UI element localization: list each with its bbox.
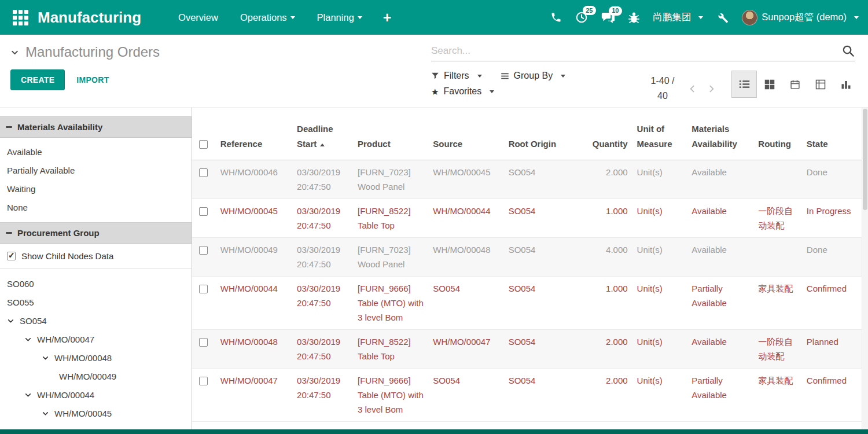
favorites-menu[interactable]: ★ Favorites (431, 86, 494, 97)
row-checkbox[interactable] (199, 377, 208, 385)
control-panel: Manufacturing Orders CREATE IMPORT Filte… (0, 35, 868, 107)
company-switcher[interactable]: 尚鹏集团 (653, 11, 703, 24)
sidebar-section-header[interactable]: Procurement Group (0, 222, 192, 244)
order-row[interactable]: WH/MO/0004703/30/2019 20:47:50[FURN_9666… (192, 368, 868, 421)
breadcrumb-toggle-icon[interactable] (10, 48, 19, 57)
graph-view-button[interactable] (833, 71, 859, 98)
star-icon: ★ (431, 87, 439, 96)
app-menus: OverviewOperationsPlanning (178, 12, 362, 23)
search-icon[interactable] (841, 44, 855, 57)
cell-root_origin: SO054 (504, 368, 580, 421)
sidebar-filter-item[interactable]: Waiting (0, 180, 192, 198)
sidebar-filter-item[interactable]: None (0, 198, 192, 217)
sidebar-section-title: Procurement Group (17, 228, 100, 238)
new-menu-button[interactable]: + (383, 10, 392, 25)
row-checkbox[interactable] (199, 168, 208, 177)
cell-product: [FURN_8522] Table Top (353, 329, 428, 368)
filter-icon (431, 72, 439, 80)
cell-product: [FURN_8522] Table Top (353, 198, 428, 237)
user-menu[interactable]: Sunpop超管 (demo) (742, 10, 859, 25)
cell-uom: Unit(s) (632, 368, 687, 421)
scrollbar-thumb[interactable] (863, 109, 867, 210)
column-header-state[interactable]: State (802, 108, 868, 160)
kanban-view-button[interactable] (757, 71, 782, 98)
order-row[interactable]: WH/MO/0004503/30/2019 20:47:50[FURN_8522… (192, 198, 868, 237)
cell-reference: WH/MO/00049 (216, 237, 292, 276)
filters-menu[interactable]: Filters (431, 71, 482, 81)
cell-product: [FURN_7023] Wood Panel (353, 160, 428, 198)
cell-deadline: 03/30/2019 20:47:50 (292, 160, 353, 198)
search-input[interactable] (431, 45, 841, 57)
column-header-root_origin[interactable]: Root Origin (504, 108, 580, 160)
row-checkbox[interactable] (199, 246, 208, 255)
order-row[interactable]: WH/MO/0004803/30/2019 20:47:50[FURN_8522… (192, 329, 868, 368)
cell-reference: WH/MO/00046 (216, 160, 292, 198)
show-child-nodes-checkbox[interactable] (7, 252, 16, 260)
column-label: Deadline Start (297, 124, 333, 149)
column-header-source[interactable]: Source (428, 108, 503, 160)
cell-root_origin: SO054 (504, 329, 580, 368)
cell-state: Planned (802, 329, 868, 368)
tree-item[interactable]: SO054 (0, 311, 192, 330)
chevron-down-icon (42, 354, 49, 362)
column-header-reference[interactable]: Reference (216, 108, 292, 160)
cell-source: SO054 (428, 368, 503, 421)
column-header-uom[interactable]: Unit of Measure (632, 108, 687, 160)
bug-icon[interactable] (628, 12, 639, 24)
sidebar-filter-item[interactable]: Partially Available (0, 161, 192, 180)
tree-item-label: SO054 (20, 316, 47, 326)
pivot-view-button[interactable] (808, 71, 833, 98)
create-button[interactable]: CREATE (10, 69, 65, 90)
row-checkbox[interactable] (199, 207, 208, 216)
sidebar-filter-item[interactable]: Available (0, 143, 192, 161)
row-checkbox[interactable] (199, 285, 208, 293)
calendar-view-button[interactable] (782, 71, 808, 98)
tree-item[interactable]: SO055 (0, 293, 192, 311)
order-row[interactable]: WH/MO/0004603/30/2019 20:47:50[FURN_7023… (192, 160, 868, 198)
tree-item[interactable]: WH/MO/00047 (0, 330, 192, 348)
cell-availability: Partially Available (687, 368, 753, 421)
order-row[interactable]: WH/MO/0004403/30/2019 20:47:50[FURN_9666… (192, 276, 868, 329)
list-view-button[interactable] (731, 71, 757, 98)
group-by-menu[interactable]: Group By (501, 71, 566, 81)
column-label: Quantity (593, 139, 628, 149)
cell-source: WH/MO/00044 (428, 198, 503, 237)
tree-item[interactable]: WH/MO/00049 (0, 367, 192, 385)
tree-item-label: WH/MO/00044 (37, 390, 94, 400)
cell-routing: 家具装配 (753, 368, 802, 421)
cell-product: [FURN_9666] Table (MTO) with 3 level Bom (353, 276, 428, 329)
order-row[interactable]: WH/MO/0004903/30/2019 20:47:50[FURN_7023… (192, 237, 868, 276)
user-avatar (742, 10, 757, 25)
tree-item[interactable]: WH/MO/00045 (0, 404, 192, 422)
column-header-product[interactable]: Product (353, 108, 428, 160)
cell-reference: WH/MO/00045 (216, 198, 292, 237)
activities-clock-icon[interactable]: 25 (575, 11, 588, 24)
cell-uom: Unit(s) (632, 160, 687, 198)
tree-item[interactable]: WH/MO/00048 (0, 348, 192, 367)
pager-next-button[interactable] (704, 82, 719, 96)
cell-availability: Available (687, 329, 753, 368)
select-all-checkbox[interactable] (199, 140, 208, 149)
pager-previous-button[interactable] (685, 82, 700, 96)
messages-chat-icon[interactable]: 10 (601, 12, 615, 24)
apps-grid-icon[interactable] (13, 10, 28, 25)
column-header-routing[interactable]: Routing (753, 108, 802, 160)
column-header-deadline[interactable]: Deadline Start (292, 108, 353, 160)
vertical-scrollbar[interactable] (862, 108, 868, 429)
cell-routing: 一阶段自动装配 (753, 198, 802, 237)
tools-icon[interactable] (716, 12, 729, 24)
phone-icon[interactable] (550, 12, 562, 23)
menu-overview[interactable]: Overview (178, 12, 218, 23)
column-header-availability[interactable]: Materials Availability (687, 108, 753, 160)
import-button[interactable]: IMPORT (76, 75, 109, 84)
cell-source: WH/MO/00047 (428, 329, 503, 368)
tree-item[interactable]: WH/MO/00044 (0, 385, 192, 404)
sidebar-section-header[interactable]: Materials Availability (0, 116, 192, 138)
cell-state: Done (802, 160, 868, 198)
menu-planning[interactable]: Planning (317, 12, 362, 23)
column-header-quantity[interactable]: Quantity (580, 108, 632, 160)
row-checkbox[interactable] (199, 338, 208, 347)
tree-item[interactable]: SO060 (0, 274, 192, 293)
menu-operations[interactable]: Operations (240, 12, 295, 23)
column-label: Reference (220, 139, 263, 149)
